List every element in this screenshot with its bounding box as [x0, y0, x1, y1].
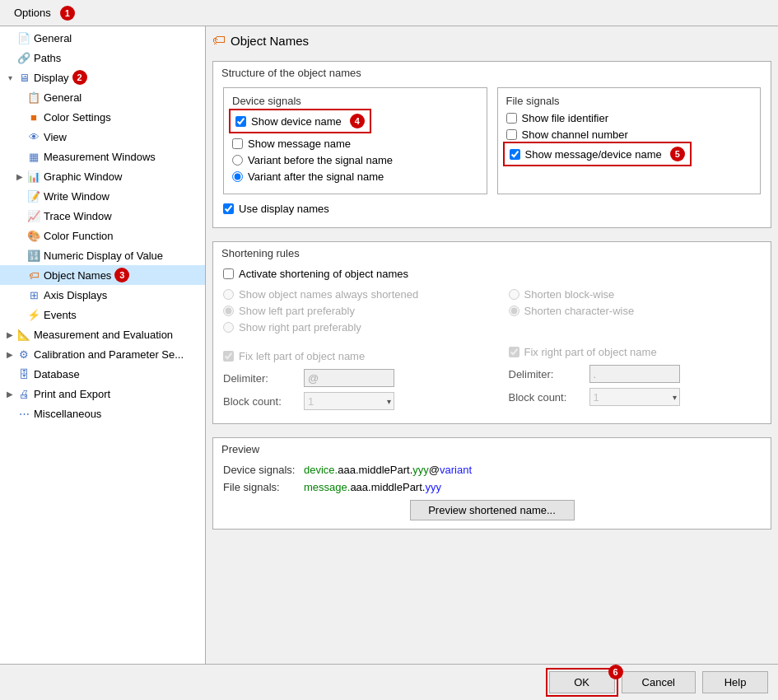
color-settings-icon: ■ — [26, 110, 41, 124]
sidebar-item-object-names[interactable]: 🏷 Object Names 3 — [0, 265, 205, 285]
expand-write-window — [13, 189, 26, 203]
sidebar-item-miscellaneous[interactable]: ⋯ Miscellaneous — [0, 404, 205, 423]
ok-button-wrapper: OK 6 — [549, 671, 615, 693]
show-file-identifier-label: Show file identifier — [522, 112, 609, 124]
sidebar-label-write-window: Write Window — [44, 190, 109, 203]
graphic-window-icon: 📊 — [26, 169, 41, 184]
menu-badge-1: 1 — [60, 6, 75, 21]
sidebar-item-numeric-display[interactable]: 🔢 Numeric Display of Value — [0, 245, 205, 265]
left-delimiter-input[interactable] — [304, 369, 394, 387]
block-wise-label: Shorten block-wise — [524, 288, 615, 301]
panel-header: 🏷 Object Names — [212, 33, 771, 48]
expand-axis-displays — [13, 288, 26, 301]
expand-object-names — [13, 268, 26, 282]
sidebar-item-color-function[interactable]: 🎨 Color Function — [0, 226, 205, 245]
device-signals-title: Device signals — [232, 95, 478, 107]
sidebar-item-trace-window[interactable]: 📈 Trace Window — [0, 206, 205, 226]
activate-shortening-row: Activate shortening of object names — [223, 268, 761, 280]
miscellaneous-icon: ⋯ — [16, 406, 31, 421]
expand-database — [3, 367, 16, 380]
fix-right-label: Fix right part of object name — [524, 346, 657, 358]
show-channel-number-checkbox[interactable] — [506, 129, 517, 140]
cancel-button[interactable]: Cancel — [622, 671, 696, 693]
show-message-name-checkbox[interactable] — [232, 138, 243, 149]
main-container: 📄 General 🔗 Paths ▾ 🖥 Display 2 📋 Genera… — [0, 26, 778, 664]
shortening-section: Shortening rules Activate shortening of … — [212, 241, 771, 424]
left-block-count-select[interactable]: 1 — [304, 392, 394, 410]
sidebar-item-color-settings[interactable]: ■ Color Settings — [0, 107, 205, 127]
sidebar-item-general2[interactable]: 📋 General — [0, 87, 205, 107]
use-display-names-checkbox[interactable] — [223, 203, 234, 214]
show-message-device-name-checkbox[interactable] — [510, 149, 520, 160]
sidebar-item-display[interactable]: ▾ 🖥 Display 2 — [0, 68, 205, 87]
right-block-count-select[interactable]: 1 — [589, 388, 680, 406]
variant-after-radio[interactable] — [232, 171, 243, 182]
show-file-identifier-checkbox[interactable] — [506, 113, 517, 124]
fix-left-checkbox[interactable] — [223, 351, 234, 362]
right-block-count-label: Block count: — [509, 391, 583, 404]
shortening-title: Shortening rules — [213, 242, 771, 263]
show-message-device-name-label: Show message/device name — [525, 148, 662, 161]
expand-graphic-window: ▶ — [13, 170, 26, 183]
left-part-label: Show left part preferably — [239, 305, 355, 317]
sidebar-item-view[interactable]: 👁 View — [0, 127, 205, 147]
variant-before-radio[interactable] — [232, 155, 243, 166]
variant-after-row: Variant after the signal name — [232, 170, 478, 183]
char-wise-radio[interactable] — [509, 306, 519, 316]
sidebar-label-general2: General — [44, 91, 82, 104]
sidebar-item-general[interactable]: 📄 General — [0, 28, 205, 48]
device-sig-black: aaa.middlePart. — [338, 464, 412, 476]
expand-calibration: ▶ — [3, 348, 16, 361]
always-shortened-radio[interactable] — [223, 289, 234, 300]
right-block-count-wrapper: 1 — [589, 388, 680, 406]
shortening-content: Activate shortening of object names Show… — [213, 263, 771, 423]
expand-display: ▾ — [3, 71, 16, 84]
sidebar-item-events[interactable]: ⚡ Events — [0, 305, 205, 324]
sidebar-item-database[interactable]: 🗄 Database — [0, 364, 205, 384]
expand-color-function — [13, 229, 26, 242]
right-part-radio[interactable] — [223, 322, 234, 333]
left-part-row: Show left part preferably — [223, 305, 476, 317]
preview-file-signals-value: message.aaa.middlePart.yyy — [304, 481, 441, 493]
activate-shortening-label: Activate shortening of object names — [239, 268, 408, 280]
left-part-radio[interactable] — [223, 306, 234, 316]
sidebar-item-write-window[interactable]: 📝 Write Window — [0, 186, 205, 206]
general-icon: 📄 — [16, 30, 31, 45]
sidebar-label-general: General — [34, 32, 72, 44]
measurement-eval-icon: 📐 — [16, 327, 31, 342]
preview-section: Preview Device signals: device.aaa.middl… — [212, 437, 771, 530]
activate-shortening-checkbox[interactable] — [223, 268, 234, 279]
ok-button[interactable]: OK — [549, 671, 615, 693]
object-names-badge-3: 3 — [114, 268, 129, 282]
right-part-label: Show right part preferably — [239, 321, 361, 334]
sidebar-item-graphic-window[interactable]: ▶ 📊 Graphic Window — [0, 166, 205, 186]
sidebar-label-display: Display — [34, 72, 69, 84]
preview-content: Device signals: device.aaa.middlePart.yy… — [213, 459, 771, 529]
fix-right-checkbox[interactable] — [509, 347, 519, 357]
preview-shortened-button[interactable]: Preview shortened name... — [410, 500, 575, 520]
menu-options[interactable]: Options — [7, 3, 58, 22]
left-block-count-wrapper: 1 — [304, 392, 394, 410]
left-delimiter-row: Delimiter: — [223, 369, 476, 387]
preview-device-signals-row: Device signals: device.aaa.middlePart.yy… — [223, 464, 761, 476]
use-display-names-row: Use display names — [223, 203, 761, 215]
char-wise-label: Shorten character-wise — [524, 305, 635, 317]
sidebar-label-miscellaneous: Miscellaneous — [34, 408, 101, 420]
right-delimiter-row: Delimiter: — [509, 365, 762, 383]
sidebar-item-measurement-windows[interactable]: ▦ Measurement Windows — [0, 147, 205, 166]
variant-before-row: Variant before the signal name — [232, 154, 478, 166]
help-button[interactable]: Help — [702, 671, 768, 693]
sidebar-item-measurement-eval[interactable]: ▶ 📐 Measurement and Evaluation — [0, 324, 205, 344]
sidebar-item-axis-displays[interactable]: ⊞ Axis Displays — [0, 285, 205, 305]
color-function-icon: 🎨 — [26, 228, 41, 243]
fix-left-label: Fix left part of object name — [239, 350, 365, 362]
file-signals-col: File signals Show file identifier Show c… — [497, 87, 762, 194]
sidebar-item-calibration[interactable]: ▶ ⚙ Calibration and Parameter Se... — [0, 344, 205, 364]
show-device-name-checkbox[interactable] — [235, 116, 246, 127]
trace-window-icon: 📈 — [26, 208, 41, 223]
sidebar-item-paths[interactable]: 🔗 Paths — [0, 48, 205, 68]
device-sig-green1: device. — [304, 464, 338, 476]
block-wise-radio[interactable] — [509, 289, 519, 300]
right-delimiter-input[interactable] — [589, 365, 680, 383]
sidebar-item-print-export[interactable]: ▶ 🖨 Print and Export — [0, 384, 205, 404]
